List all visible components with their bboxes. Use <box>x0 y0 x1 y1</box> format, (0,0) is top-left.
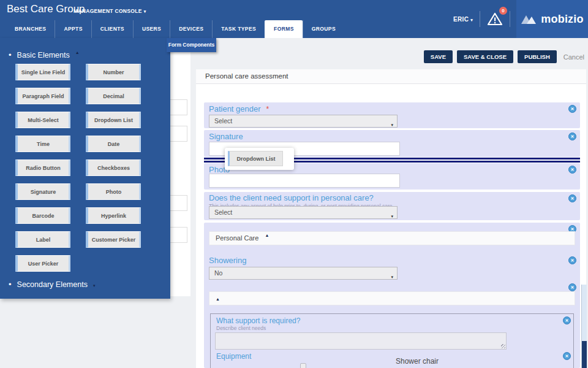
field-patient-gender: Patient gender* Select ▾ ✕ <box>204 102 580 128</box>
personal-care-group-label: Personal Care <box>216 234 258 242</box>
tab-task-types[interactable]: TASK TYPES <box>212 20 265 38</box>
support-question-label: Does the client need support in personal… <box>209 193 374 202</box>
vertical-scrollbar[interactable] <box>581 285 587 368</box>
group-personal-care: ✕ Personal Care ▲ Showering ✕ No ▾ ✕ ▲ W… <box>204 223 580 368</box>
personal-care-group-bar[interactable]: Personal Care ▲ <box>209 231 575 245</box>
expand-down-icon: ▾ <box>93 283 96 288</box>
component-number[interactable]: Number <box>86 64 141 80</box>
management-console-label: MANAGEMENT CONSOLE <box>74 8 142 14</box>
signature-label: Signature <box>209 132 243 141</box>
equipment-option-label: Shower chair <box>396 357 439 366</box>
form-canvas: Personal care assessment Patient gender*… <box>196 69 586 368</box>
select-caret-icon: ▾ <box>391 271 393 283</box>
patient-gender-select[interactable]: Select ▾ <box>209 115 398 128</box>
form-title: Personal care assessment <box>205 72 288 80</box>
tab-forms[interactable]: FORMS <box>265 20 303 38</box>
component-checkboxes[interactable]: Checkboxes <box>86 159 141 176</box>
save-and-close-button[interactable]: SAVE & CLOSE <box>457 50 513 63</box>
remove-field-icon[interactable]: ✕ <box>563 352 571 360</box>
hidden-component-button <box>170 195 187 211</box>
dragged-component-card[interactable]: Dropdown List <box>225 148 294 170</box>
cancel-link[interactable]: Cancel <box>564 53 584 61</box>
showering-label: Showering <box>209 256 246 265</box>
basic-elements-header[interactable]: • Basic Elements ▲ <box>9 50 80 59</box>
component-grid: Single Line Field Number Paragraph Field… <box>15 64 141 272</box>
collapsed-subgroup-bar[interactable]: ▲ <box>209 291 575 305</box>
dragged-dropdown-list: Dropdown List <box>228 151 283 166</box>
component-paragraph-field[interactable]: Paragraph Field <box>15 88 70 104</box>
remove-subgroup-icon[interactable]: ✕ <box>568 283 576 291</box>
component-radio-button[interactable]: Radio Button <box>15 159 70 176</box>
component-multi-select[interactable]: Multi-Select <box>15 112 70 128</box>
chevron-down-icon: ▾ <box>470 18 473 22</box>
bullet-icon: • <box>9 280 12 289</box>
chevron-down-icon: ▾ <box>144 9 146 13</box>
hidden-component-button <box>170 99 187 115</box>
component-signature[interactable]: Signature <box>15 183 70 200</box>
patient-gender-label: Patient gender <box>209 104 261 113</box>
equipment-checkbox-shower-chair[interactable] <box>300 363 306 368</box>
secondary-elements-header[interactable]: • Secondary Elements ▾ <box>9 280 95 289</box>
underlying-panel <box>170 38 190 296</box>
divider <box>510 11 510 27</box>
components-sidebar: • Basic Elements ▲ Single Line Field Num… <box>0 38 170 299</box>
select-caret-icon: ▾ <box>391 210 393 222</box>
component-time[interactable]: Time <box>15 136 70 152</box>
save-button[interactable]: SAVE <box>424 50 453 63</box>
collapse-up-icon: ▲ <box>265 233 269 237</box>
what-support-label: What support is required? <box>216 316 300 325</box>
photo-input[interactable] <box>209 174 400 188</box>
form-components-tab[interactable]: Form Components <box>167 38 216 52</box>
remove-field-icon[interactable]: ✕ <box>568 194 576 202</box>
remove-field-icon[interactable]: ✕ <box>568 105 576 113</box>
tab-clients[interactable]: CLIENTS <box>91 20 133 38</box>
basic-elements-label: Basic Elements <box>17 51 70 59</box>
component-date[interactable]: Date <box>86 136 141 152</box>
alerts-button[interactable]: 0 <box>487 12 503 26</box>
component-decimal[interactable]: Decimal <box>86 88 141 104</box>
component-hyperlink[interactable]: Hyperlink <box>86 207 141 224</box>
screen: Best Care Group MANAGEMENT CONSOLE▾ ERIC… <box>0 0 588 368</box>
bullet-icon: • <box>9 50 12 59</box>
brand-logo: mobizio <box>516 0 588 38</box>
brand-name: mobizio <box>541 13 583 26</box>
what-support-textarea[interactable] <box>215 332 507 350</box>
select-caret-icon: ▾ <box>391 119 393 131</box>
component-single-line-field[interactable]: Single Line Field <box>15 64 70 80</box>
tab-groups[interactable]: GROUPS <box>303 20 344 38</box>
main-nav: BRANCHES APPTS CLIENTS USERS DEVICES TAS… <box>6 20 344 38</box>
form-toolbar: SAVE SAVE & CLOSE PUBLISH Cancel <box>196 50 584 63</box>
tab-users[interactable]: USERS <box>133 20 170 38</box>
alert-count-badge: 0 <box>499 7 507 15</box>
support-question-select[interactable]: Select ▾ <box>209 206 398 219</box>
tab-branches[interactable]: BRANCHES <box>6 20 55 38</box>
tab-devices[interactable]: DEVICES <box>170 20 212 38</box>
subgroup-shower-support: What support is required? Describe clien… <box>210 313 574 368</box>
collapse-up-icon: ▲ <box>75 50 80 55</box>
component-photo[interactable]: Photo <box>86 183 141 200</box>
publish-button[interactable]: PUBLISH <box>518 50 557 63</box>
divider <box>480 11 480 27</box>
form-title-bar: Personal care assessment <box>196 69 586 84</box>
equipment-label: Equipment <box>216 352 251 361</box>
hidden-component-button <box>170 126 187 142</box>
component-barcode[interactable]: Barcode <box>15 207 70 224</box>
mountain-icon <box>521 13 537 25</box>
required-asterisk: * <box>266 105 270 113</box>
component-dropdown-list[interactable]: Dropdown List <box>86 112 141 128</box>
remove-field-icon[interactable]: ✕ <box>563 316 571 324</box>
user-menu[interactable]: ERIC▾ <box>453 16 473 23</box>
remove-field-icon[interactable]: ✕ <box>568 166 576 174</box>
component-label[interactable]: Label <box>15 231 70 248</box>
user-cluster: ERIC▾ 0 <box>453 0 510 38</box>
scrollbar-thumb[interactable] <box>582 341 587 368</box>
remove-field-icon[interactable]: ✕ <box>568 256 576 264</box>
remove-field-icon[interactable]: ✕ <box>568 132 576 140</box>
management-console-menu[interactable]: MANAGEMENT CONSOLE▾ <box>74 8 146 14</box>
component-customer-picker[interactable]: Customer Picker <box>86 231 141 248</box>
showering-select[interactable]: No ▾ <box>209 267 398 280</box>
field-support-question: Does the client need support in personal… <box>204 192 580 220</box>
tab-appts[interactable]: APPTS <box>55 20 91 38</box>
component-user-picker[interactable]: User Picker <box>15 255 70 272</box>
secondary-elements-label: Secondary Elements <box>17 280 88 289</box>
